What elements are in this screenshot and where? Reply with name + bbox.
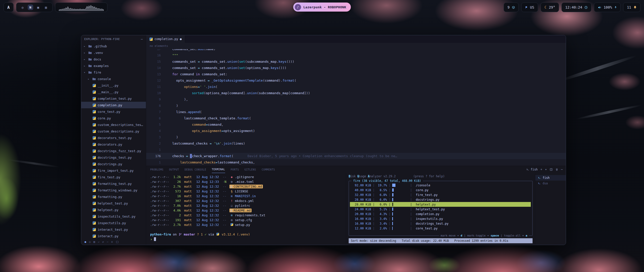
tree-item[interactable]: inspectutils.py [81,220,146,226]
updates-widget[interactable]: 9 [504,3,518,12]
tree-item[interactable]: formatting.py [81,193,146,200]
plus-icon[interactable]: + [540,168,542,171]
tree-item[interactable]: ▾fire [81,69,146,76]
terminal-listing-row: .rw-r--r--7.0kmatt12 Aug 12:32--☑pylintr… [150,203,346,208]
notifications-widget[interactable]: 11 [623,3,640,12]
chevron-down-icon[interactable]: ▾ [545,168,547,171]
launcher-button[interactable]: A [4,3,14,12]
tree-item[interactable]: custom_descriptions_test.py [81,121,146,128]
terminal-listing-row: .rw-r--r--573matt12 Aug 12:32--§LICENSE [150,189,346,194]
audio-widget[interactable]: 100% [594,3,621,12]
dua-row[interactable]: 40.00 KiB|8.5%||core.py [350,188,531,192]
panel-tab-ports[interactable]: PORTS [231,166,239,173]
ellipsis-icon[interactable]: ⋯ [141,37,143,41]
line-number: 13 [146,73,161,76]
panel-tab-gitlens[interactable]: GITLENS [245,166,256,173]
tree-item[interactable]: ▸docs [81,56,146,62]
sync-icon[interactable]: ⇄ [102,240,104,244]
terminal-tab-label: fish [543,176,550,180]
tree-item[interactable]: completion.py [81,102,146,108]
panel-tab-comments[interactable]: COMMENTS [262,166,275,173]
file-owner: matt [184,199,193,203]
panel-tabs: PROBLEMSOUTPUTDEBUG CONSOLETERMINALPORTS… [146,166,566,173]
dua-help: mark-move = d | mark-toggle = space | to… [439,234,529,237]
editor-line: 12 opts_assignment = _GetOptsAssignmentT… [146,77,566,84]
tree-item[interactable]: decorators_test.py [81,134,146,141]
music-player-widget[interactable]: ♪ Lazerpunk - ROBOPHONK [293,3,351,12]
dua-row[interactable]: 28.00 KiB|6.0%||docstrings.py [350,197,531,202]
panel-tab-output[interactable]: OUTPUT [169,166,179,173]
tree-item[interactable]: core.py [81,115,146,121]
tree-item[interactable]: helptext.py [81,207,146,213]
dua-row[interactable]: 92.00 KiB|19.7%||/console [350,183,531,188]
tree-item[interactable]: interact_test.py [81,226,146,233]
grid-icon[interactable]: ▦ [93,240,95,244]
tree-item[interactable]: __main__.py [81,89,146,95]
tree-item[interactable]: interact.py [81,233,146,239]
git-status: -- [223,185,228,188]
dua-pane[interactable]: Disk Usage Analyzer v2.29.2(press ? for … [346,173,535,245]
python-icon [149,38,153,41]
terminal-profile-label[interactable]: fish [526,168,538,171]
line-number: 14 [146,66,161,70]
workspace-switcher: ◎N▣▤ [16,3,53,12]
dua-row[interactable]: 12.00 KiB|2.6%||core_test.py [350,226,531,231]
tab-completion-py[interactable]: completion.py ● [146,35,185,43]
system-graph-widget[interactable] [55,3,107,12]
python-icon [92,149,96,153]
dua-bar [392,212,408,216]
tree-item[interactable]: ▸examples [81,62,146,69]
tree-item[interactable]: helptext_test.py [81,200,146,207]
tree-item[interactable]: core_test.py [81,108,146,115]
notifications-count: 11 [627,5,631,9]
split-icon[interactable] [550,168,553,171]
gear-icon[interactable]: ⚙ [111,240,113,244]
panel-tab-debug-console[interactable]: DEBUG CONSOLE [185,166,206,173]
terminal-tab-fish[interactable]: fish [535,175,566,181]
file-size: 16 [170,194,181,198]
tree-item[interactable]: __init__.py [81,82,146,89]
tree-item[interactable]: custom_descriptions.py [81,128,146,134]
search-icon[interactable]: ◎ [89,240,91,244]
workspace-button[interactable]: ◎ [20,5,25,10]
tree-item[interactable]: formatting_test.py [81,180,146,187]
remote-icon[interactable]: ● [85,240,86,244]
terminal[interactable]: .rw-r--r--1.2kmatt12 Aug 12:32--◈.gitign… [146,173,346,245]
shell-input-line[interactable]: › [150,237,346,242]
braces-icon[interactable]: {} [115,240,119,244]
tree-item[interactable]: docstrings_test.py [81,154,146,161]
tree-item[interactable]: docstrings_fuzz_test.py [81,148,146,154]
tree-item[interactable]: ▸.github [81,43,146,49]
tree-item[interactable]: ▸.venv [81,49,146,56]
editor[interactable]: 17 commands_set.add(name)16 """15 comman… [146,49,566,166]
dua-row[interactable]: 24.00 KiB|5.1%||helptext_test.py [350,207,531,212]
workspace-button[interactable]: ▣ [35,5,41,10]
trash-icon[interactable] [555,168,558,171]
ellipsis-icon[interactable]: ⋯ [561,168,563,171]
dua-row[interactable]: 20.00 KiB|4.3%||completion.py [350,212,531,216]
tree-item[interactable]: fire_import_test.py [81,167,146,174]
tree-item[interactable]: decorators.py [81,141,146,148]
workspace-button[interactable]: N [28,5,33,10]
terminal-tab-dua[interactable]: dua [535,181,566,186]
weather-widget[interactable]: ☾ 29° [541,3,559,12]
code-text: lastcommand_checks = '\n'.join(lines) [168,142,245,145]
tree-item[interactable]: ▸console [81,76,146,82]
tree-item[interactable]: inspectutils_test.py [81,213,146,220]
panel-tab-problems[interactable]: PROBLEMS [150,166,164,173]
panel-tab-terminal[interactable]: TERMINAL [212,166,225,173]
clock-widget[interactable]: 12:40:24 [561,3,591,12]
tree-item[interactable]: completion_test.py [81,95,146,102]
tree-item[interactable]: docstrings.py [81,161,146,167]
dua-row[interactable]: 16.00 KiB|3.4%||inspectutils.py [350,216,531,221]
folder-icon[interactable]: ▱ [98,240,100,244]
prompt-char: › [150,237,152,241]
dua-row[interactable]: 28.00 KiB|6.0%||helptext.py [350,202,531,207]
ellipsis-icon[interactable]: ⋯ [107,240,108,244]
dua-row[interactable]: 16.00 KiB|3.4%||docstrings_test.py [350,221,531,226]
tree-item[interactable]: formatting_windows.py [81,187,146,193]
keyboard-layout-widget[interactable]: US [521,3,538,12]
tree-item[interactable]: fire_test.py [81,174,146,180]
dua-row[interactable]: 32.00 KiB|6.8%||fire_test.py [350,192,531,197]
workspace-button[interactable]: ▤ [43,5,49,10]
